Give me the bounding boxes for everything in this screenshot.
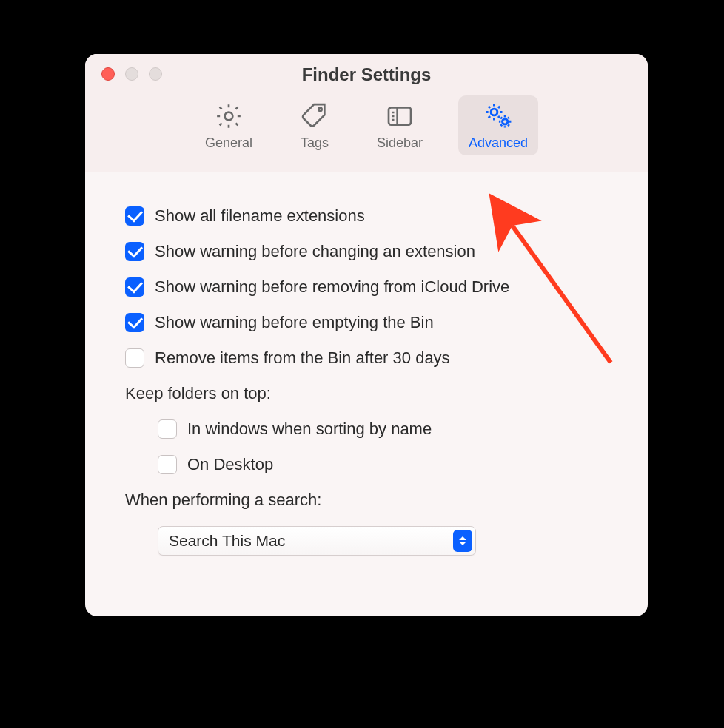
checkbox[interactable] bbox=[125, 206, 144, 226]
search-heading: When performing a search: bbox=[125, 491, 608, 510]
tab-label: Sidebar bbox=[377, 135, 423, 151]
tab-sidebar[interactable]: Sidebar bbox=[366, 95, 433, 155]
sidebar-icon bbox=[383, 100, 416, 132]
zoom-button[interactable] bbox=[149, 67, 162, 81]
tag-icon bbox=[298, 100, 331, 132]
checkbox[interactable] bbox=[158, 419, 177, 439]
minimize-button[interactable] bbox=[125, 67, 138, 81]
tab-tags[interactable]: Tags bbox=[288, 95, 341, 155]
tab-label: Advanced bbox=[469, 135, 528, 151]
svg-point-7 bbox=[491, 109, 497, 115]
option-label: Remove items from the Bin after 30 days bbox=[155, 348, 450, 368]
window-title: Finder Settings bbox=[85, 54, 648, 85]
svg-point-8 bbox=[503, 119, 508, 124]
settings-tabs: General Tags bbox=[85, 95, 648, 155]
tab-advanced[interactable]: Advanced bbox=[458, 95, 538, 155]
tab-label: Tags bbox=[301, 135, 329, 151]
svg-point-1 bbox=[318, 108, 321, 111]
checkbox[interactable] bbox=[125, 242, 144, 261]
option-label: In windows when sorting by name bbox=[187, 419, 432, 439]
close-button[interactable] bbox=[101, 67, 115, 81]
option-label: Show warning before removing from iCloud… bbox=[155, 277, 509, 297]
select-value: Search This Mac bbox=[169, 532, 285, 550]
checkbox[interactable] bbox=[125, 313, 144, 332]
gear-icon bbox=[212, 100, 245, 132]
checkbox[interactable] bbox=[125, 277, 144, 297]
option-warn-icloud-remove[interactable]: Show warning before removing from iCloud… bbox=[125, 277, 608, 297]
search-scope-select[interactable]: Search This Mac bbox=[158, 526, 476, 556]
tab-general[interactable]: General bbox=[195, 95, 263, 155]
option-folders-desktop[interactable]: On Desktop bbox=[125, 455, 608, 474]
checkbox[interactable] bbox=[125, 348, 144, 368]
option-remove-after-30-days[interactable]: Remove items from the Bin after 30 days bbox=[125, 348, 608, 368]
option-warn-empty-bin[interactable]: Show warning before emptying the Bin bbox=[125, 313, 608, 332]
option-show-extensions[interactable]: Show all filename extensions bbox=[125, 206, 608, 226]
window-controls bbox=[101, 67, 162, 81]
svg-point-0 bbox=[225, 112, 233, 121]
option-label: Show warning before emptying the Bin bbox=[155, 313, 434, 332]
option-label: On Desktop bbox=[187, 455, 273, 474]
advanced-pane: Show all filename extensions Show warnin… bbox=[85, 172, 648, 578]
finder-settings-window: Finder Settings General T bbox=[85, 54, 648, 616]
option-warn-extension-change[interactable]: Show warning before changing an extensio… bbox=[125, 242, 608, 261]
gears-icon bbox=[482, 100, 514, 132]
titlebar: Finder Settings General T bbox=[85, 54, 648, 172]
option-label: Show warning before changing an extensio… bbox=[155, 242, 475, 261]
keep-folders-heading: Keep folders on top: bbox=[125, 384, 608, 403]
tab-label: General bbox=[205, 135, 252, 151]
updown-icon bbox=[453, 530, 472, 552]
option-label: Show all filename extensions bbox=[155, 206, 365, 226]
checkbox[interactable] bbox=[158, 455, 177, 474]
option-folders-sort-name[interactable]: In windows when sorting by name bbox=[125, 419, 608, 439]
